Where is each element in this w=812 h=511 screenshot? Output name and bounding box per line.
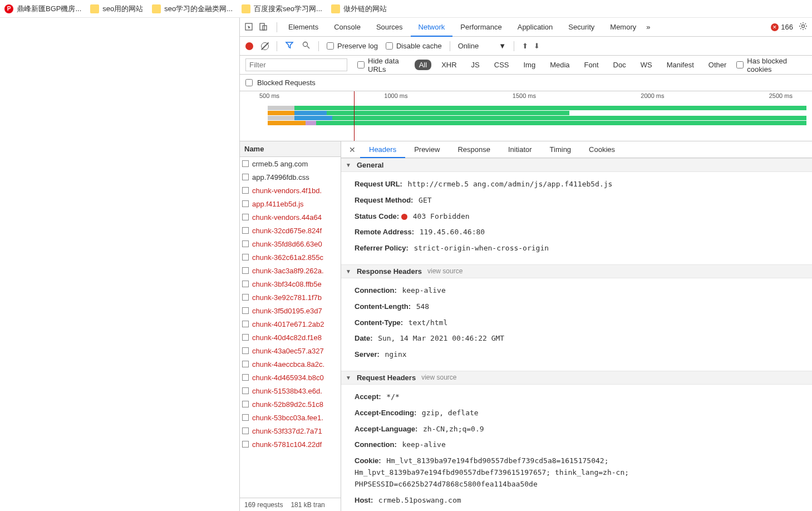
tab-timing[interactable]: Timing [541,141,580,158]
close-icon[interactable]: ✕ [345,145,360,154]
filter-type-css[interactable]: CSS [490,60,514,70]
bookmark-item[interactable]: 做外链的网站 [331,4,387,14]
preserve-log-checkbox[interactable]: Preserve log [327,42,378,50]
blocked-cookies-checkbox[interactable]: Has blocked cookies [736,57,801,73]
filter-type-manifest[interactable]: Manifest [662,60,698,70]
filter-type-ws[interactable]: WS [636,60,657,70]
request-row[interactable]: chunk-5781c104.22df [240,438,341,451]
tab-initiator[interactable]: Initiator [499,141,541,158]
header-row: Server: nginx [355,347,803,363]
request-row[interactable]: chunk-51538b43.e6d. [240,384,341,397]
bookmark-label: seo用的网站 [102,4,143,14]
filter-type-js[interactable]: JS [467,60,484,70]
tab-headers[interactable]: Headers [360,141,405,158]
timeline-tick: 2000 ms [641,92,664,99]
hide-urls-checkbox[interactable]: Hide data URLs [357,57,409,73]
tab-memory[interactable]: Memory [602,18,644,37]
section-header-general[interactable]: ▼General [341,158,812,172]
header-row: Remote Address: 119.45.60.46:80 [355,224,803,240]
error-badge[interactable]: ✕166 [771,23,793,31]
request-row[interactable]: chunk-4017e671.2ab2 [240,317,341,331]
filter-toggle-icon[interactable] [285,41,294,51]
device-icon[interactable] [259,22,269,32]
request-row[interactable]: chunk-53f337d2.7a71 [240,424,341,438]
request-name: chunk-vendors.4f1bd. [252,186,322,195]
more-tabs-icon[interactable]: » [646,23,650,31]
request-row[interactable]: chunk-40d4c82d.f1e8 [240,331,341,344]
request-row[interactable]: chunk-35fd8d66.63e0 [240,237,341,250]
file-icon [242,187,249,194]
search-icon[interactable] [302,41,311,51]
request-row[interactable]: chunk-53bcc03a.fee1. [240,411,341,424]
filter-input[interactable] [245,58,347,71]
tab-console[interactable]: Console [326,18,368,37]
header-key: Accept: [355,392,381,401]
gear-icon[interactable] [799,22,808,32]
request-row[interactable]: chunk-4aeccbca.8a2c. [240,357,341,371]
svg-point-3 [802,25,805,28]
request-row[interactable]: chunk-3e92c781.1f7b [240,291,341,304]
bookmark-item[interactable]: seo用的网站 [90,4,143,14]
download-icon[interactable]: ⬇ [534,42,540,50]
filter-type-img[interactable]: Img [519,60,540,70]
tab-preview[interactable]: Preview [405,141,449,158]
section-header-request[interactable]: ▼Request Headersview source [341,371,812,385]
filter-type-xhr[interactable]: XHR [437,60,461,70]
file-icon [242,214,249,220]
record-button[interactable] [245,42,253,50]
request-row[interactable]: chunk-3f5d0195.e3d7 [240,304,341,317]
file-icon [242,361,249,367]
file-icon [242,414,249,421]
svg-point-4 [303,42,308,47]
tab-elements[interactable]: Elements [280,18,326,37]
request-row[interactable]: chunk-43a0ec57.a327 [240,344,341,357]
clear-button[interactable] [261,42,269,50]
request-row[interactable]: chunk-52b89d2c.51c8 [240,397,341,411]
header-value: strict-origin-when-cross-origin [414,244,549,252]
request-row[interactable]: chunk-3ac3a8f9.262a. [240,264,341,277]
bookmark-item[interactable]: 百度搜索seo学习网... [242,4,322,14]
folder-icon [331,4,340,13]
svg-rect-1 [260,23,264,30]
tab-response[interactable]: Response [449,141,499,158]
request-row[interactable]: crmeb.5 ang.com [240,157,341,170]
request-row[interactable]: chunk-3bf34c08.ffb5e [240,277,341,291]
disable-cache-checkbox[interactable]: Disable cache [386,42,442,50]
section-title: Request Headers [357,374,416,382]
tab-performance[interactable]: Performance [452,18,509,37]
request-row[interactable]: app.74996fdb.css [240,170,341,184]
request-row[interactable]: chunk-4d465934.b8c0 [240,371,341,384]
filter-type-font[interactable]: Font [580,60,603,70]
request-row[interactable]: chunk-362c61a2.855c [240,250,341,264]
tab-sources[interactable]: Sources [368,18,411,37]
request-row[interactable]: app.f411eb5d.js [240,197,341,210]
filter-type-other[interactable]: Other [704,60,731,70]
tab-cookies[interactable]: Cookies [580,141,624,158]
section-header-response[interactable]: ▼Response Headersview source [341,264,812,278]
tab-network[interactable]: Network [411,18,453,37]
request-row[interactable]: chunk-vendors.44a64 [240,210,341,224]
request-name: app.f411eb5d.js [252,200,304,208]
name-column-header[interactable]: Name [240,141,341,157]
bookmark-item[interactable]: seo学习的金融类网... [152,4,233,14]
tab-application[interactable]: Application [510,18,561,37]
filter-type-all[interactable]: All [415,60,431,70]
filter-type-doc[interactable]: Doc [609,60,631,70]
header-value: text/html [409,318,447,327]
filter-type-media[interactable]: Media [545,60,574,70]
inspect-icon[interactable] [244,22,254,32]
request-row[interactable]: chunk-32cd675e.824f [240,224,341,237]
view-source-link[interactable]: view source [427,267,462,275]
request-row[interactable]: chunk-vendors.4f1bd. [240,184,341,197]
status-dot-icon [401,214,407,220]
upload-icon[interactable]: ⬆ [522,42,528,50]
throttle-select[interactable]: Online▼ [458,42,506,50]
section-title: General [357,161,383,169]
view-source-link[interactable]: view source [421,374,456,381]
timeline-overview[interactable]: 500 ms1000 ms1500 ms2000 ms2500 ms [240,91,812,141]
blocked-requests-checkbox[interactable]: Blocked Requests [240,75,812,91]
file-icon [242,174,249,180]
bookmark-item[interactable]: P鼎峰新匯BGP機房... [4,4,81,14]
tab-security[interactable]: Security [560,18,602,37]
request-name: crmeb.5 ang.com [252,160,308,168]
